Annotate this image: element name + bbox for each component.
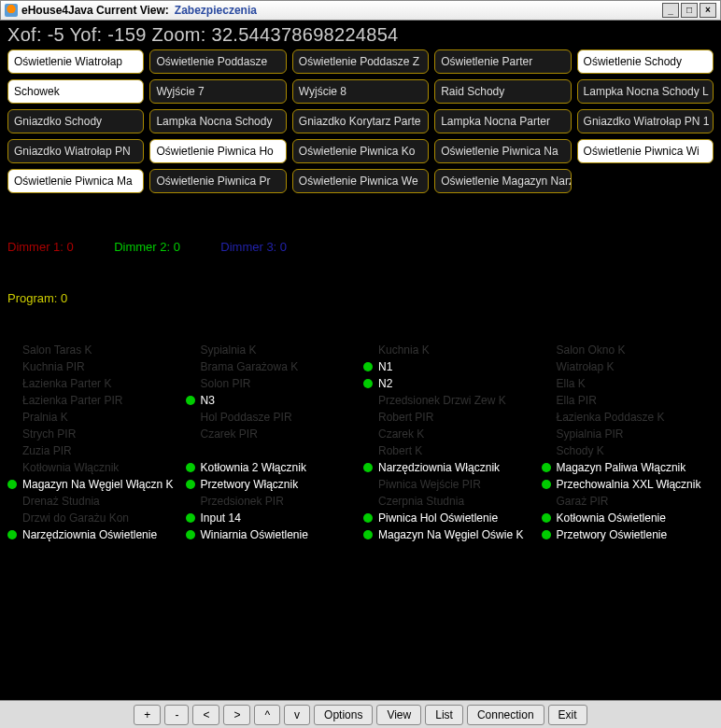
grid-button[interactable]: Oświetlenie Poddasze Z xyxy=(292,49,429,74)
grid-button[interactable]: Oświetlenie Magazyn Narzędzia xyxy=(434,169,571,193)
sensor-label: Winiarnia Oświetlenie xyxy=(201,528,308,541)
sensor-label: Czarek PIR xyxy=(201,427,258,441)
status-line: Xof: -5 Yof: -159 Zoom: 32.5443786982248… xyxy=(7,24,714,46)
sensor-label: Przechowalnia XXL Włącznik xyxy=(557,478,701,491)
sensor-item: Zuzia PIR xyxy=(7,443,180,458)
sensor-item: Ella K xyxy=(542,376,714,391)
sensor-label: Salon Okno K xyxy=(557,343,626,357)
grid-button[interactable]: Oświetlenie Piwnica Pr xyxy=(149,169,286,193)
sensor-item: Brama Garażowa K xyxy=(186,359,359,374)
sensor-item: Hol Poddasze PIR xyxy=(186,410,359,425)
sensor-label: Robert PIR xyxy=(378,411,433,424)
status-dot-icon xyxy=(7,480,17,489)
sensor-label: Input 14 xyxy=(201,511,241,525)
sensor-item: Piwnica Wejście PIR xyxy=(363,477,536,492)
status-dot-icon xyxy=(7,530,17,539)
sensor-label: Łazienka Poddasze K xyxy=(557,411,665,424)
titlebar: eHouse4Java Current View: Zabezpieczenia… xyxy=(0,0,721,21)
toolbar-button[interactable]: < xyxy=(192,705,219,725)
status-dot-icon xyxy=(542,463,551,472)
sensor-label: Czarek K xyxy=(378,427,424,441)
minimize-button[interactable]: _ xyxy=(662,3,679,18)
maximize-button[interactable]: □ xyxy=(681,3,698,18)
sensor-item: Magazyn Na Węgiel Oświe K xyxy=(363,527,536,542)
sensor-label: Przetwory Włącznik xyxy=(201,478,299,491)
status-dot-icon xyxy=(363,530,373,539)
sensor-item: Czarek PIR xyxy=(186,427,359,441)
sensor-item: Kotłownia Włącznik xyxy=(7,460,180,475)
status-dot-icon xyxy=(363,379,373,388)
grid-button[interactable]: Wyjście 8 xyxy=(292,79,429,104)
sensor-label: Garaż PIR xyxy=(557,495,609,508)
grid-button[interactable]: Gniazdko Schody xyxy=(7,109,144,133)
grid-button[interactable]: Lampka Nocna Schody L xyxy=(577,79,714,104)
status-dot-icon xyxy=(542,530,551,539)
grid-button[interactable]: Raid Schody xyxy=(434,79,571,104)
sensor-item: Pralnia K xyxy=(7,410,180,425)
sensor-item: Narzędziownia Oświetlenie xyxy=(7,527,180,542)
toolbar-button[interactable]: Exit xyxy=(548,705,587,725)
toolbar-button[interactable]: + xyxy=(134,705,161,725)
sensor-label: Drzwi do Garażu Kon xyxy=(22,511,129,525)
toolbar-button[interactable]: > xyxy=(223,705,250,725)
sensor-item: Łazienka Parter K xyxy=(7,376,180,391)
toolbar-button[interactable]: Connection xyxy=(467,705,544,725)
sensor-item: N1 xyxy=(363,359,536,374)
grid-button[interactable]: Oświetlenie Schody xyxy=(577,49,714,74)
grid-button[interactable]: Lampka Nocna Parter xyxy=(434,109,571,133)
sensor-item: Sypialnia PIR xyxy=(542,427,714,441)
toolbar-button[interactable]: ^ xyxy=(254,705,280,725)
toolbar-button[interactable]: Options xyxy=(314,705,373,725)
sensor-item: Schody K xyxy=(542,443,714,458)
sensor-item: N3 xyxy=(186,393,359,408)
grid-button[interactable]: Schowek xyxy=(7,79,144,104)
status-dot-icon xyxy=(186,513,195,523)
sensor-label: Narzędziownia Oświetlenie xyxy=(22,528,157,541)
grid-button[interactable]: Oświetlenie Poddasze xyxy=(149,49,286,74)
sensor-item xyxy=(186,443,359,458)
sensor-label: Salon Taras K xyxy=(22,343,92,357)
sensor-label: N3 xyxy=(201,394,215,407)
sensor-item: Input 14 xyxy=(186,511,359,525)
sensor-item: Przetwory Oświetlenie xyxy=(542,527,714,542)
sensor-item: Winiarnia Oświetlenie xyxy=(186,527,359,542)
grid-button[interactable]: Gniazdko Wiatrołap PN 1 xyxy=(577,109,714,133)
toolbar-button[interactable]: List xyxy=(425,705,463,725)
sensor-label: Kotłownia Oświetlenie xyxy=(557,511,666,525)
close-button[interactable]: × xyxy=(700,3,716,18)
grid-button[interactable]: Oświetlenie Wiatrołap xyxy=(7,49,144,74)
view-name: Zabezpieczenia xyxy=(175,4,257,17)
sensor-item: Strych PIR xyxy=(7,427,180,441)
sensor-label: Łazienka Parter PIR xyxy=(22,394,122,407)
grid-button[interactable]: Oświetlenie Piwnica Ho xyxy=(149,139,286,163)
sensor-label: Kotłownia Włącznik xyxy=(22,461,119,474)
sensor-item: Drzwi do Garażu Kon xyxy=(7,511,180,525)
app-title: eHouse4Java Current View: xyxy=(21,4,169,17)
grid-button[interactable]: Oświetlenie Piwnica Wi xyxy=(577,139,714,163)
sensor-item: Robert PIR xyxy=(363,410,536,425)
grid-button[interactable]: Gniazdko Korytarz Parte xyxy=(292,109,429,133)
sensor-item: Kotłownia 2 Włącznik xyxy=(186,460,359,475)
sensor-label: Przedsionek Drzwi Zew K xyxy=(378,394,506,407)
grid-button[interactable]: Oświetlenie Parter xyxy=(434,49,571,74)
sensor-item: Przetwory Włącznik xyxy=(186,477,359,492)
grid-button[interactable]: Oświetlenie Piwnica Ma xyxy=(7,169,144,193)
sensor-item: Magazyn Na Węgiel Włączn K xyxy=(7,477,180,492)
grid-button[interactable]: Wyjście 7 xyxy=(149,79,286,104)
sensor-item: Przedsionek Drzwi Zew K xyxy=(363,393,536,408)
grid-button[interactable]: Lampka Nocna Schody xyxy=(149,109,286,133)
grid-button[interactable]: Oświetlenie Piwnica Ko xyxy=(292,139,429,163)
dimmer-2: Dimmer 2: 0 xyxy=(114,240,180,254)
grid-button[interactable]: Oświetlenie Piwnica We xyxy=(292,169,429,193)
toolbar-button[interactable]: v xyxy=(284,705,310,725)
sensor-label: Łazienka Parter K xyxy=(22,377,111,390)
toolbar-button[interactable]: - xyxy=(164,705,189,725)
sensor-item: Drenaż Studnia xyxy=(7,494,180,509)
toolbar-button[interactable]: View xyxy=(376,705,421,725)
sensor-item: Salon Okno K xyxy=(542,343,714,357)
sensor-label: Pralnia K xyxy=(22,411,68,424)
grid-button[interactable]: Gniazdko Wiatrołap PN xyxy=(7,139,144,163)
sensor-grid: Salon Taras KSypialnia KKuchnia KSalon O… xyxy=(7,343,714,542)
sensor-label: N2 xyxy=(378,377,392,390)
grid-button[interactable]: Oświetlenie Piwnica Na xyxy=(434,139,571,163)
